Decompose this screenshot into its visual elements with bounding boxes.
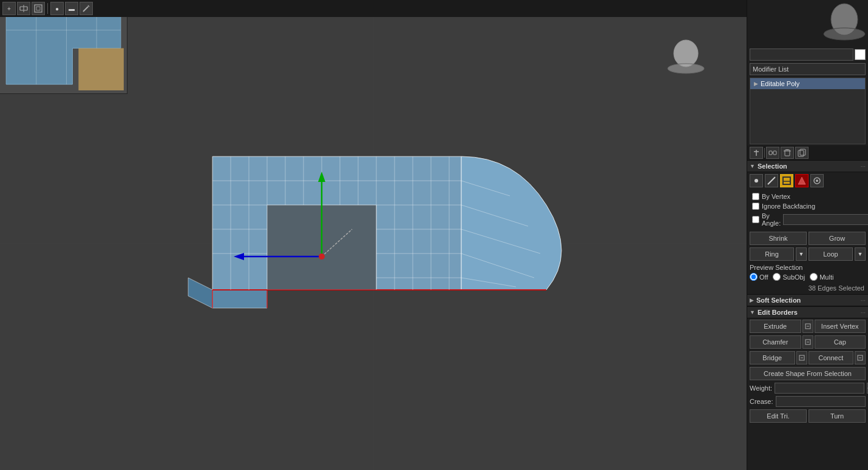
viewport-area[interactable]: + ● ▬ — [0, 0, 747, 470]
sel-vertex-btn[interactable] — [750, 174, 763, 187]
crease-label: Crease: — [750, 398, 773, 405]
sel-element-btn[interactable] — [810, 174, 824, 187]
crease-input[interactable]: 0,0 — [776, 396, 866, 407]
soft-selection-title: Soft Selection — [756, 297, 861, 304]
modifier-stack-item-label: Editable Poly — [761, 80, 799, 87]
bridge-connect-row: Bridge Connect — [747, 350, 868, 366]
mod-pin-btn[interactable] — [750, 147, 763, 159]
mod-link-btn[interactable] — [766, 147, 779, 159]
object-color-swatch[interactable] — [855, 49, 866, 60]
sel-border-btn[interactable] — [780, 174, 793, 187]
crease-row: Crease: 0,0 ▲ ▼ — [747, 395, 868, 408]
chamfer-settings-btn[interactable] — [802, 335, 813, 349]
ring-loop-row: Ring ▼ Loop ▼ — [747, 246, 868, 262]
toolbar-link-btn[interactable] — [17, 2, 30, 15]
svg-line-57 — [83, 7, 88, 12]
ignore-backfacing-label: Ignore Backfacing — [762, 203, 815, 210]
grow-button[interactable]: Grow — [809, 232, 866, 245]
bridge-settings-btn[interactable] — [796, 351, 807, 364]
by-vertex-row: By Vertex — [750, 192, 866, 201]
connect-button[interactable]: Connect — [809, 351, 854, 364]
svg-rect-55 — [35, 5, 42, 12]
toolbar-sep1 — [47, 3, 48, 14]
mod-stack-toolbar — [747, 146, 868, 160]
ring-button[interactable]: Ring — [750, 247, 794, 261]
selection-section-dots: ··· — [861, 163, 866, 170]
svg-line-74 — [768, 177, 775, 184]
right-panel: Line012 Modifier List ▶ Editable Poly ▼ — [747, 0, 868, 470]
sel-face-btn[interactable] — [795, 174, 809, 187]
soft-selection-section-header[interactable]: ▶ Soft Selection ··· — [747, 294, 868, 306]
toolbar-tool-btn[interactable] — [80, 2, 93, 15]
ignore-backfacing-checkbox[interactable] — [752, 203, 759, 210]
sel-edge-btn[interactable] — [765, 174, 778, 187]
extrude-settings-btn[interactable] — [802, 320, 813, 333]
svg-rect-48 — [78, 48, 124, 90]
edges-selected-text: 38 Edges Selected — [747, 283, 868, 294]
mod-delete-btn[interactable] — [781, 147, 794, 159]
by-angle-checkbox[interactable] — [752, 216, 759, 223]
radio-off-label[interactable]: Off — [750, 273, 768, 281]
preview-selection-radios: Off SubObj Multi — [747, 272, 868, 283]
by-angle-input[interactable]: 45,0 — [783, 214, 868, 225]
object-name-input[interactable]: Line012 — [750, 49, 853, 61]
selection-section-header[interactable]: ▼ Selection ··· — [747, 160, 868, 172]
edit-borders-title: Edit Borders — [758, 309, 861, 316]
object-name-row: Line012 — [747, 47, 868, 62]
svg-rect-66 — [773, 151, 776, 155]
loop-button[interactable]: Loop — [809, 247, 853, 261]
bridge-button[interactable]: Bridge — [750, 351, 795, 364]
create-shape-button[interactable]: Create Shape From Selection — [750, 367, 866, 380]
mod-copy-btn[interactable] — [795, 147, 809, 159]
modifier-stack-item[interactable]: ▶ Editable Poly — [750, 78, 865, 89]
insert-vertex-button[interactable]: Insert Vertex — [815, 320, 866, 333]
svg-rect-56 — [36, 7, 40, 10]
by-vertex-checkbox[interactable] — [752, 193, 759, 200]
radio-subobj-input[interactable] — [773, 273, 781, 281]
turn-button[interactable]: Turn — [809, 409, 866, 423]
viewport-icon-area — [747, 0, 868, 47]
radio-multi-input[interactable] — [810, 273, 818, 281]
edit-borders-dots: ··· — [861, 309, 866, 316]
extrude-button[interactable]: Extrude — [750, 320, 801, 333]
soft-sel-dots: ··· — [861, 297, 866, 304]
loop-settings-btn[interactable]: ▼ — [855, 247, 866, 261]
ring-settings-btn[interactable]: ▼ — [796, 247, 807, 261]
modifier-list-dropdown[interactable]: Modifier List — [750, 63, 866, 75]
svg-rect-65 — [769, 151, 772, 155]
shrink-button[interactable]: Shrink — [750, 232, 807, 245]
connect-settings-btn[interactable] — [855, 351, 866, 364]
by-angle-row: By Angle: 45,0 ▲ ▼ — [750, 211, 866, 228]
chamfer-button[interactable]: Chamfer — [750, 335, 801, 349]
toolbar-frame-btn[interactable] — [32, 2, 45, 15]
soft-sel-arrow-icon: ▶ — [750, 297, 754, 303]
svg-marker-77 — [798, 177, 805, 184]
viewport-3d-icon — [823, 2, 866, 45]
radio-subobj-label[interactable]: SubObj — [773, 273, 805, 281]
edit-borders-section-header[interactable]: ▼ Edit Borders ··· — [747, 306, 868, 318]
expand-arrow-icon: ▶ — [754, 81, 758, 87]
chamfer-cap-row: Chamfer Cap — [747, 334, 868, 350]
svg-line-58 — [88, 5, 89, 7]
selection-arrow-icon: ▼ — [750, 163, 755, 169]
radio-multi-label[interactable]: Multi — [810, 273, 833, 281]
weight-label: Weight: — [750, 384, 772, 392]
edit-tri-button[interactable]: Edit Tri. — [750, 409, 807, 423]
svg-marker-4 — [212, 290, 267, 308]
svg-point-79 — [816, 180, 818, 182]
weight-input[interactable]: 1,0 — [775, 383, 864, 394]
top-toolbar: + ● ▬ — [0, 0, 747, 17]
toolbar-rect-btn[interactable]: ▬ — [65, 2, 78, 15]
svg-rect-75 — [783, 177, 790, 184]
extrude-insertvertex-row: Extrude Insert Vertex — [747, 318, 868, 334]
by-angle-label: By Angle: — [762, 212, 781, 227]
cap-button[interactable]: Cap — [815, 335, 866, 349]
by-vertex-label: By Vertex — [762, 193, 790, 200]
radio-off-input[interactable] — [750, 273, 758, 281]
toolbar-add-btn[interactable]: + — [2, 2, 16, 15]
mod-toolbar-sep — [764, 148, 765, 158]
viewport-background — [0, 0, 747, 470]
edit-tri-turn-row: Edit Tri. Turn — [747, 408, 868, 424]
toolbar-circle-btn[interactable]: ● — [50, 2, 64, 15]
weight-row: Weight: 1,0 ▲ ▼ — [747, 381, 868, 395]
